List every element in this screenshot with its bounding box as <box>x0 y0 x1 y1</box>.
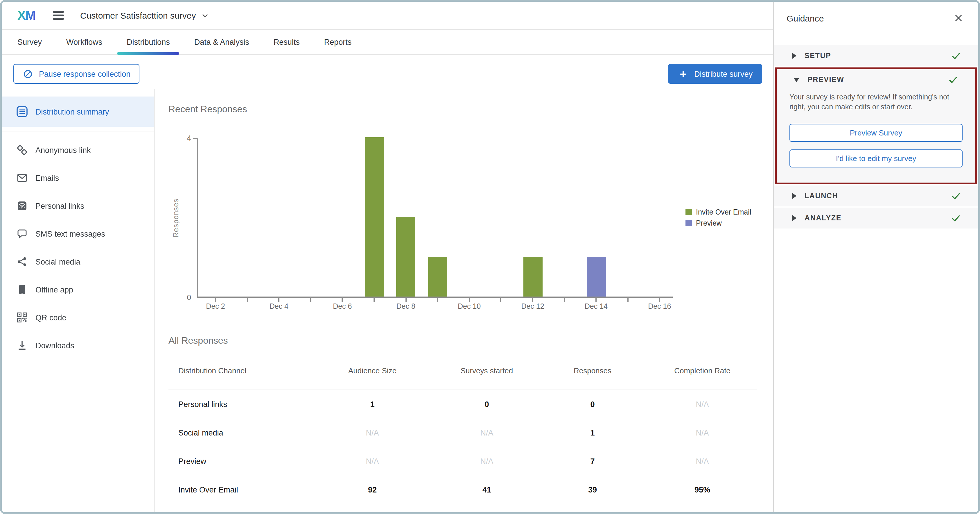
guidance-panel: Guidance SETUP PREVIEW <box>773 2 978 512</box>
guidance-section-setup[interactable]: SETUP <box>774 45 978 66</box>
preview-survey-button[interactable]: Preview Survey <box>789 124 963 142</box>
legend-label: Preview <box>696 219 722 227</box>
bar-preview-dec-14 <box>586 257 606 297</box>
x-axis-tick <box>469 298 470 302</box>
channel-cell: Personal links <box>178 400 227 409</box>
chevron-down-icon <box>201 11 210 20</box>
channel-cell: Social media <box>178 429 223 437</box>
check-icon <box>951 51 961 61</box>
fingerprint-icon <box>16 200 28 212</box>
no-entry-icon <box>22 69 34 79</box>
tab-reports[interactable]: Reports <box>312 30 364 54</box>
table-header-row: Distribution Channel Audience Size Surve… <box>154 366 773 378</box>
tab-workflows[interactable]: Workflows <box>54 30 115 54</box>
completion-rate-cell: N/A <box>644 400 760 409</box>
x-axis-tick <box>627 298 628 302</box>
guidance-section-analyze[interactable]: ANALYZE <box>774 208 978 228</box>
x-axis-label: Dec 8 <box>387 302 424 310</box>
survey-title-dropdown[interactable]: Customer Satisfacttion survey <box>80 10 210 20</box>
x-axis-tick <box>278 298 279 302</box>
legend-swatch-invite-over-email <box>686 209 692 215</box>
section-label: PREVIEW <box>807 76 844 84</box>
sidebar-item-distribution-summary[interactable]: Distribution summary <box>2 97 154 127</box>
sidebar-item-downloads[interactable]: Downloads <box>2 331 154 359</box>
audience-size-cell: N/A <box>314 457 430 466</box>
audience-size-cell: 92 <box>314 485 430 494</box>
tab-survey[interactable]: Survey <box>5 30 54 54</box>
x-axis-label: Dec 12 <box>514 302 551 310</box>
sidebar-item-label: Anonymous link <box>35 146 91 154</box>
plus-icon <box>677 69 689 78</box>
responses-cell: 39 <box>535 485 651 494</box>
chevron-right-icon <box>792 215 796 221</box>
chevron-down-icon <box>794 78 799 82</box>
close-button[interactable] <box>951 12 966 26</box>
section-label: LAUNCH <box>805 192 838 200</box>
section-label: ANALYZE <box>805 214 842 222</box>
sidebar-item-social-media[interactable]: Social media <box>2 248 154 276</box>
bar-invite-over-email-dec-9 <box>428 257 447 297</box>
surveys-started-cell: N/A <box>429 429 545 437</box>
responses-cell: 7 <box>535 457 651 466</box>
tab-distributions[interactable]: Distributions <box>115 30 182 54</box>
legend-item-invite-over-email: Invite Over Email <box>686 206 751 217</box>
all-responses-title: All Responses <box>169 335 228 346</box>
distribute-survey-button[interactable]: Distribute survey <box>668 64 762 84</box>
x-axis-tick <box>374 298 375 302</box>
sidebar-item-label: SMS text messages <box>35 229 105 238</box>
responses-cell: 0 <box>535 400 651 409</box>
x-axis-tick <box>247 298 248 302</box>
recent-responses-chart: Recent Responses 4 0 Responses Dec 2Dec … <box>154 89 773 339</box>
tab-data-analysis[interactable]: Data & Analysis <box>182 30 261 54</box>
sidebar-item-offline-app[interactable]: Offline app <box>2 276 154 303</box>
column-header-distribution-channel: Distribution Channel <box>178 366 246 375</box>
surveys-started-cell: 41 <box>429 485 545 494</box>
sidebar-item-anonymous-link[interactable]: Anonymous link <box>2 136 154 164</box>
pause-response-collection-button[interactable]: Pause response collection <box>13 64 139 84</box>
table-row-preview: Preview N/A N/A 7 N/A <box>154 457 773 469</box>
responses-cell: 1 <box>535 429 651 437</box>
hamburger-menu-button[interactable] <box>53 10 68 21</box>
sidebar-item-label: Distribution summary <box>35 107 109 116</box>
guidance-section-preview[interactable]: PREVIEW <box>777 69 975 90</box>
qr-code-icon <box>16 312 28 323</box>
sidebar-item-sms[interactable]: SMS text messages <box>2 220 154 248</box>
sidebar-item-label: Emails <box>35 174 59 182</box>
table-row-social-media: Social media N/A N/A 1 N/A <box>154 429 773 440</box>
sidebar-item-qr-code[interactable]: QR code <box>2 303 154 331</box>
channel-cell: Invite Over Email <box>178 485 238 494</box>
guidance-sections: SETUP PREVIEW Your survey is ready for r… <box>774 45 978 228</box>
table-header-divider <box>169 389 757 390</box>
guidance-title: Guidance <box>787 13 824 23</box>
tablet-icon <box>16 284 28 295</box>
channel-cell: Preview <box>178 457 206 466</box>
column-header-responses: Responses <box>535 366 651 375</box>
x-axis-tick <box>437 298 438 302</box>
check-icon <box>951 213 961 223</box>
sidebar-item-personal-links[interactable]: Personal links <box>2 192 154 220</box>
guidance-section-preview-highlighted: PREVIEW Your survey is ready for review!… <box>775 67 977 184</box>
envelope-icon <box>16 172 28 184</box>
chart-plot-area: Dec 2Dec 4Dec 6Dec 8Dec 10Dec 12Dec 14De… <box>197 138 673 298</box>
tab-results[interactable]: Results <box>261 30 312 54</box>
sidebar-item-emails[interactable]: Emails <box>2 164 154 192</box>
sidebar-item-label: Offline app <box>35 285 73 294</box>
bar-invite-over-email-dec-8 <box>396 217 415 297</box>
x-axis-label: Dec 2 <box>197 302 234 310</box>
table-row-invite-over-email: Invite Over Email 92 41 39 95% <box>154 485 773 497</box>
sidebar-channel-list: Anonymous link Emails Personal links <box>2 136 154 359</box>
x-axis-tick <box>659 298 660 302</box>
y-axis-max-label: 4 <box>172 134 191 142</box>
close-icon <box>953 12 964 24</box>
edit-survey-button[interactable]: I'd like to edit my survey <box>789 149 963 168</box>
chart-legend: Invite Over Email Preview <box>686 206 751 228</box>
summary-icon <box>16 106 28 117</box>
sidebar-item-label: QR code <box>35 313 67 322</box>
column-header-surveys-started: Surveys started <box>429 366 545 375</box>
guidance-section-launch[interactable]: LAUNCH <box>774 185 978 206</box>
legend-swatch-preview <box>686 220 692 226</box>
survey-title: Customer Satisfacttion survey <box>80 10 196 20</box>
guidance-header: Guidance <box>774 2 978 45</box>
x-axis-label: Dec 6 <box>324 302 361 310</box>
main-tabs: Survey Workflows Distributions Data & An… <box>2 30 773 55</box>
